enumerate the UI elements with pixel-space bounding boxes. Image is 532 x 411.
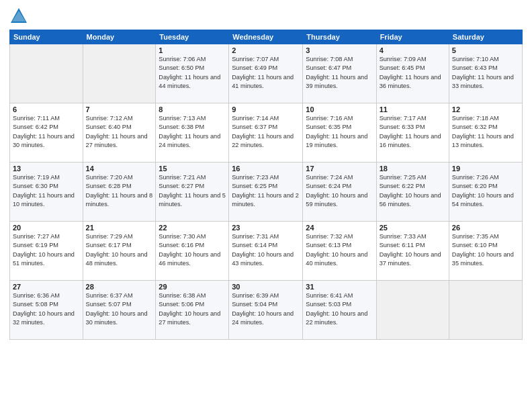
day-info: Sunrise: 7:08 AM Sunset: 6:47 PM Dayligh… (306, 55, 373, 91)
calendar-cell: 14Sunrise: 7:20 AM Sunset: 6:28 PM Dayli… (83, 163, 156, 222)
calendar-cell: 20Sunrise: 7:27 AM Sunset: 6:19 PM Dayli… (10, 222, 83, 281)
calendar-cell: 1Sunrise: 7:06 AM Sunset: 6:50 PM Daylig… (156, 44, 229, 103)
day-number: 23 (232, 224, 300, 232)
calendar-cell: 24Sunrise: 7:32 AM Sunset: 6:13 PM Dayli… (303, 222, 376, 281)
day-info: Sunrise: 7:23 AM Sunset: 6:25 PM Dayligh… (232, 173, 300, 209)
day-info: Sunrise: 7:06 AM Sunset: 6:50 PM Dayligh… (159, 55, 226, 91)
weekday-header: Monday (83, 30, 156, 44)
day-number: 21 (86, 224, 153, 232)
day-info: Sunrise: 7:35 AM Sunset: 6:10 PM Dayligh… (452, 232, 519, 268)
calendar-cell: 30Sunrise: 6:39 AM Sunset: 5:04 PM Dayli… (229, 281, 303, 340)
day-number: 12 (452, 105, 519, 113)
day-info: Sunrise: 7:27 AM Sunset: 6:19 PM Dayligh… (13, 232, 80, 268)
weekday-header: Saturday (449, 30, 522, 44)
calendar-cell: 3Sunrise: 7:08 AM Sunset: 6:47 PM Daylig… (303, 44, 376, 103)
weekday-header: Thursday (303, 30, 376, 44)
day-number: 29 (159, 283, 226, 291)
calendar-week-row: 20Sunrise: 7:27 AM Sunset: 6:19 PM Dayli… (10, 222, 523, 281)
calendar-cell (83, 44, 156, 103)
day-info: Sunrise: 7:31 AM Sunset: 6:14 PM Dayligh… (232, 232, 300, 268)
day-number: 15 (159, 165, 226, 173)
day-number: 11 (380, 105, 446, 113)
day-info: Sunrise: 7:25 AM Sunset: 6:22 PM Dayligh… (380, 173, 446, 209)
day-info: Sunrise: 7:20 AM Sunset: 6:28 PM Dayligh… (86, 173, 153, 209)
day-info: Sunrise: 7:10 AM Sunset: 6:43 PM Dayligh… (452, 55, 519, 91)
day-number: 14 (86, 165, 153, 173)
day-number: 31 (306, 283, 373, 291)
day-info: Sunrise: 7:17 AM Sunset: 6:33 PM Dayligh… (380, 114, 446, 150)
day-number: 1 (159, 46, 226, 54)
calendar-cell: 16Sunrise: 7:23 AM Sunset: 6:25 PM Dayli… (229, 163, 303, 222)
svg-marker-1 (12, 11, 26, 21)
day-info: Sunrise: 7:21 AM Sunset: 6:27 PM Dayligh… (159, 173, 226, 209)
day-info: Sunrise: 6:37 AM Sunset: 5:07 PM Dayligh… (86, 291, 153, 327)
calendar-week-row: 6Sunrise: 7:11 AM Sunset: 6:42 PM Daylig… (10, 103, 523, 163)
calendar-cell: 6Sunrise: 7:11 AM Sunset: 6:42 PM Daylig… (10, 103, 83, 163)
day-info: Sunrise: 6:41 AM Sunset: 5:03 PM Dayligh… (306, 291, 373, 327)
calendar-cell: 15Sunrise: 7:21 AM Sunset: 6:27 PM Dayli… (156, 163, 229, 222)
day-number: 27 (13, 283, 80, 291)
calendar-cell: 12Sunrise: 7:18 AM Sunset: 6:32 PM Dayli… (449, 103, 522, 163)
day-info: Sunrise: 7:16 AM Sunset: 6:35 PM Dayligh… (306, 114, 373, 150)
day-info: Sunrise: 7:19 AM Sunset: 6:30 PM Dayligh… (13, 173, 80, 209)
calendar-cell: 18Sunrise: 7:25 AM Sunset: 6:22 PM Dayli… (376, 163, 449, 222)
day-number: 7 (86, 105, 153, 113)
calendar-cell: 11Sunrise: 7:17 AM Sunset: 6:33 PM Dayli… (376, 103, 449, 163)
day-number: 4 (380, 46, 446, 54)
calendar-page: SundayMondayTuesdayWednesdayThursdayFrid… (0, 0, 532, 411)
day-info: Sunrise: 7:14 AM Sunset: 6:37 PM Dayligh… (232, 114, 300, 150)
calendar-cell: 13Sunrise: 7:19 AM Sunset: 6:30 PM Dayli… (10, 163, 83, 222)
day-info: Sunrise: 7:26 AM Sunset: 6:20 PM Dayligh… (452, 173, 519, 209)
day-number: 16 (232, 165, 300, 173)
calendar-cell: 29Sunrise: 6:38 AM Sunset: 5:06 PM Dayli… (156, 281, 229, 340)
calendar-cell: 5Sunrise: 7:10 AM Sunset: 6:43 PM Daylig… (449, 44, 522, 103)
calendar-cell: 27Sunrise: 6:36 AM Sunset: 5:08 PM Dayli… (10, 281, 83, 340)
calendar-cell: 22Sunrise: 7:30 AM Sunset: 6:16 PM Dayli… (156, 222, 229, 281)
calendar-cell: 19Sunrise: 7:26 AM Sunset: 6:20 PM Dayli… (449, 163, 522, 222)
day-number: 5 (452, 46, 519, 54)
calendar-cell (10, 44, 83, 103)
day-info: Sunrise: 7:29 AM Sunset: 6:17 PM Dayligh… (86, 232, 153, 268)
calendar-week-row: 1Sunrise: 7:06 AM Sunset: 6:50 PM Daylig… (10, 44, 523, 103)
calendar-cell: 4Sunrise: 7:09 AM Sunset: 6:45 PM Daylig… (376, 44, 449, 103)
calendar-week-row: 27Sunrise: 6:36 AM Sunset: 5:08 PM Dayli… (10, 281, 523, 340)
calendar-cell: 28Sunrise: 6:37 AM Sunset: 5:07 PM Dayli… (83, 281, 156, 340)
day-info: Sunrise: 7:09 AM Sunset: 6:45 PM Dayligh… (380, 55, 446, 91)
day-number: 22 (159, 224, 226, 232)
logo (9, 7, 31, 26)
day-number: 26 (452, 224, 519, 232)
calendar-cell: 21Sunrise: 7:29 AM Sunset: 6:17 PM Dayli… (83, 222, 156, 281)
weekday-header: Friday (376, 30, 449, 44)
day-number: 30 (232, 283, 300, 291)
day-info: Sunrise: 7:12 AM Sunset: 6:40 PM Dayligh… (86, 114, 153, 150)
calendar-cell (376, 281, 449, 340)
day-number: 13 (13, 165, 80, 173)
day-number: 17 (306, 165, 373, 173)
calendar-cell: 26Sunrise: 7:35 AM Sunset: 6:10 PM Dayli… (449, 222, 522, 281)
day-info: Sunrise: 7:24 AM Sunset: 6:24 PM Dayligh… (306, 173, 373, 209)
day-number: 28 (86, 283, 153, 291)
day-info: Sunrise: 7:32 AM Sunset: 6:13 PM Dayligh… (306, 232, 373, 268)
header (9, 7, 523, 26)
weekday-header: Tuesday (156, 30, 229, 44)
calendar-cell (449, 281, 522, 340)
day-number: 20 (13, 224, 80, 232)
calendar-cell: 25Sunrise: 7:33 AM Sunset: 6:11 PM Dayli… (376, 222, 449, 281)
day-info: Sunrise: 6:38 AM Sunset: 5:06 PM Dayligh… (159, 291, 226, 327)
calendar-table: SundayMondayTuesdayWednesdayThursdayFrid… (9, 30, 523, 340)
calendar-week-row: 13Sunrise: 7:19 AM Sunset: 6:30 PM Dayli… (10, 163, 523, 222)
day-number: 2 (232, 46, 300, 54)
weekday-header: Sunday (10, 30, 83, 44)
calendar-cell: 10Sunrise: 7:16 AM Sunset: 6:35 PM Dayli… (303, 103, 376, 163)
day-info: Sunrise: 6:39 AM Sunset: 5:04 PM Dayligh… (232, 291, 300, 327)
day-number: 24 (306, 224, 373, 232)
day-info: Sunrise: 7:07 AM Sunset: 6:49 PM Dayligh… (232, 55, 300, 91)
calendar-cell: 8Sunrise: 7:13 AM Sunset: 6:38 PM Daylig… (156, 103, 229, 163)
calendar-cell: 7Sunrise: 7:12 AM Sunset: 6:40 PM Daylig… (83, 103, 156, 163)
day-info: Sunrise: 7:13 AM Sunset: 6:38 PM Dayligh… (159, 114, 226, 150)
day-number: 19 (452, 165, 519, 173)
day-number: 18 (380, 165, 446, 173)
day-info: Sunrise: 7:33 AM Sunset: 6:11 PM Dayligh… (380, 232, 446, 268)
calendar-cell: 17Sunrise: 7:24 AM Sunset: 6:24 PM Dayli… (303, 163, 376, 222)
calendar-cell: 2Sunrise: 7:07 AM Sunset: 6:49 PM Daylig… (229, 44, 303, 103)
